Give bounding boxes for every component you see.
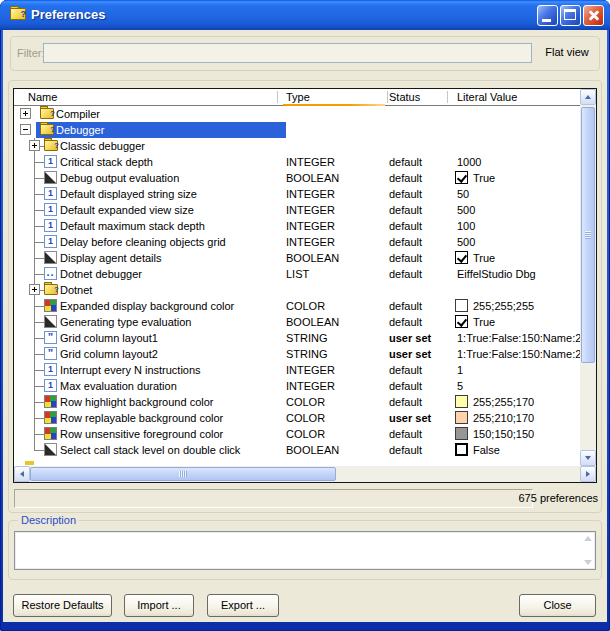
table-row[interactable]: 1Default maximum stack depthINTEGERdefau… xyxy=(14,218,580,234)
table-row[interactable]: Select call stack level on double clickB… xyxy=(14,442,580,458)
value-checkbox[interactable] xyxy=(455,443,468,456)
flat-view-button[interactable]: Flat view xyxy=(538,46,596,58)
titlebar[interactable]: ? Preferences xyxy=(0,0,610,30)
color-swatch xyxy=(455,395,468,408)
table-row[interactable]: ?Compiler xyxy=(14,106,580,122)
vertical-scrollbar[interactable] xyxy=(580,89,596,466)
status-cell: default xyxy=(389,218,422,234)
value-checkbox[interactable] xyxy=(455,315,468,328)
row-name: Display agent details xyxy=(60,250,162,266)
status-cell: default xyxy=(389,154,422,170)
row-name: Dotnet debugger xyxy=(60,266,142,282)
table-row[interactable]: 1Critical stack depthINTEGERdefault1000 xyxy=(14,154,580,170)
horizontal-scrollbar-thumb[interactable] xyxy=(30,467,336,481)
restore-defaults-button[interactable]: Restore Defaults xyxy=(13,594,112,617)
close-dialog-button[interactable]: Close xyxy=(519,594,596,617)
value-checkbox[interactable] xyxy=(455,171,468,184)
table-row[interactable]: ..Dotnet debuggerLISTdefaultEiffelStudio… xyxy=(14,266,580,282)
integer-type-icon: 1 xyxy=(44,187,57,200)
window-title: Preferences xyxy=(31,0,105,30)
column-header-literal-value[interactable]: Literal Value xyxy=(457,90,517,105)
status-cell: default xyxy=(389,170,422,186)
tree-line xyxy=(34,274,44,275)
table-row[interactable]: ?Debugger xyxy=(14,122,580,138)
table-row[interactable]: Row replayable background colorCOLORuser… xyxy=(14,410,580,426)
scroll-up-button[interactable] xyxy=(580,89,596,105)
table-row[interactable]: Generating type evaluationBOOLEANdefault… xyxy=(14,314,580,330)
table-row[interactable]: Row unsensitive foreground colorCOLORdef… xyxy=(14,426,580,442)
filter-input[interactable] xyxy=(43,43,532,63)
table-row[interactable]: 1Default expanded view sizeINTEGERdefaul… xyxy=(14,202,580,218)
integer-type-icon: 1 xyxy=(44,203,57,216)
table-row[interactable]: ”Grid column layout1STRINGuser set1:True… xyxy=(14,330,580,346)
tree-line xyxy=(34,226,44,227)
table-row[interactable]: ?Dotnet xyxy=(14,282,580,298)
row-name: Row replayable background color xyxy=(60,410,223,426)
color-swatch xyxy=(455,299,468,312)
table-row[interactable]: ”Grid column layout2STRINGuser set1:True… xyxy=(14,346,580,362)
value-cell: 255;255;255 xyxy=(473,298,534,314)
value-cell: 255;210;170 xyxy=(473,410,534,426)
table-row[interactable]: 1Interrupt every N instructionsINTEGERde… xyxy=(14,362,580,378)
table-row[interactable]: 1Default displayed string sizeINTEGERdef… xyxy=(14,186,580,202)
integer-type-icon: 1 xyxy=(44,219,57,232)
tree-line xyxy=(34,178,44,179)
table-row[interactable]: 1Max evaluation durationINTEGERdefault5 xyxy=(14,378,580,394)
export-button[interactable]: Export ... xyxy=(207,594,279,617)
table-row[interactable]: ?Classic debugger xyxy=(14,138,580,154)
expand-icon[interactable] xyxy=(20,108,31,119)
integer-type-icon: 1 xyxy=(44,363,57,376)
close-window-button[interactable] xyxy=(583,5,604,26)
type-cell: INTEGER xyxy=(286,154,335,170)
scroll-down-button[interactable] xyxy=(580,450,596,466)
expand-icon[interactable] xyxy=(29,284,40,295)
value-cell: 1000 xyxy=(457,154,481,170)
table-row[interactable]: Display agent detailsBOOLEANdefaultTrue xyxy=(14,250,580,266)
column-separator[interactable] xyxy=(387,91,388,103)
vertical-scrollbar-thumb[interactable] xyxy=(581,107,595,363)
list-type-icon: .. xyxy=(44,267,57,280)
grid-body: ?Compiler?Debugger?Classic debugger1Crit… xyxy=(14,106,580,466)
description-textarea[interactable] xyxy=(14,531,596,570)
maximize-button[interactable] xyxy=(560,5,581,26)
horizontal-scrollbar[interactable] xyxy=(14,466,596,482)
type-cell: INTEGER xyxy=(286,234,335,250)
value-cell: 5 xyxy=(457,378,463,394)
row-name: Default displayed string size xyxy=(60,186,197,202)
collapse-icon[interactable] xyxy=(20,124,31,135)
color-swatch xyxy=(455,411,468,424)
table-row[interactable]: Row highlight background colorCOLORdefau… xyxy=(14,394,580,410)
row-name: Expanded display background color xyxy=(60,298,234,314)
value-cell: True xyxy=(473,250,495,266)
textarea-down-icon xyxy=(584,560,592,565)
import-button[interactable]: Import ... xyxy=(124,594,194,617)
tree-line xyxy=(34,354,44,355)
table-row[interactable]: 1Delay before cleaning objects gridINTEG… xyxy=(14,234,580,250)
column-separator[interactable] xyxy=(447,91,448,103)
status-cell: default xyxy=(389,266,422,282)
column-separator[interactable] xyxy=(277,91,278,103)
type-cell: INTEGER xyxy=(286,202,335,218)
scroll-right-button[interactable] xyxy=(580,466,596,482)
table-row[interactable]: Expanded display background colorCOLORde… xyxy=(14,298,580,314)
tree-line xyxy=(34,434,44,435)
scroll-left-button[interactable] xyxy=(14,466,30,482)
status-cell: user set xyxy=(389,410,431,426)
color-type-icon xyxy=(44,411,57,424)
column-header-name[interactable]: Name xyxy=(28,90,57,105)
status-cell: default xyxy=(389,426,422,442)
tree-line xyxy=(34,370,44,371)
row-name: Default expanded view size xyxy=(60,202,194,218)
minimize-button[interactable] xyxy=(537,5,558,26)
row-name: Grid column layout2 xyxy=(60,346,158,362)
textarea-up-icon xyxy=(584,536,592,541)
expand-icon[interactable] xyxy=(29,140,40,151)
status-cell: user set xyxy=(389,330,431,346)
value-checkbox[interactable] xyxy=(455,251,468,264)
table-row[interactable]: Debug output evaluationBOOLEANdefaultTru… xyxy=(14,170,580,186)
status-cell: default xyxy=(389,298,422,314)
type-cell: COLOR xyxy=(286,394,325,410)
row-name: Row unsensitive foreground color xyxy=(60,426,223,442)
column-header-status[interactable]: Status xyxy=(389,90,420,105)
column-header-type[interactable]: Type xyxy=(286,90,310,105)
